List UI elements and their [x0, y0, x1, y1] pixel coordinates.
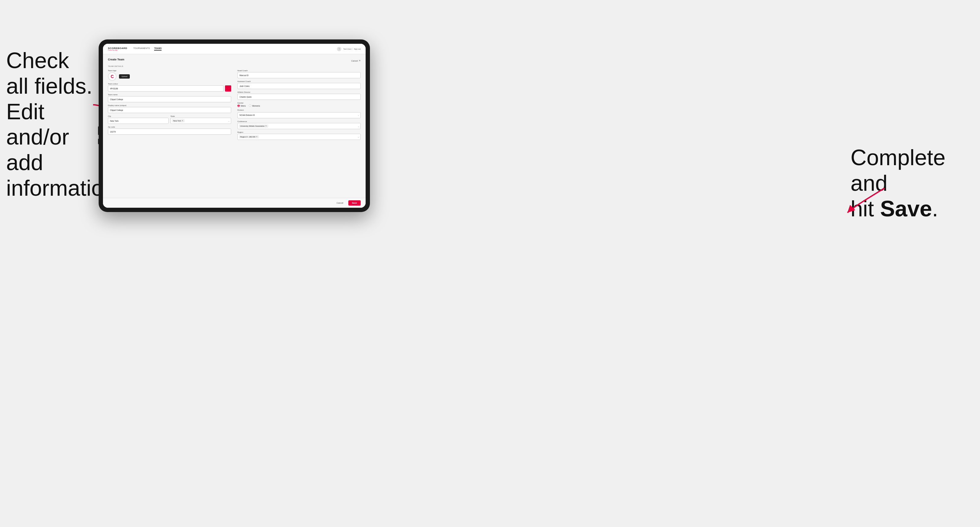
sign-out-link[interactable]: Sign out [354, 48, 361, 50]
head-coach-label: Head Coach [237, 70, 361, 71]
gender-radio-group: Mens Womens [237, 105, 361, 107]
nav-link-teams[interactable]: TEAMS [154, 47, 162, 51]
gender-label: Gender [237, 102, 361, 104]
conference-tag: University Athletic Association ✕ [239, 124, 268, 128]
region-tag: Region II - (M) DIII ✕ [239, 135, 259, 138]
region-select-wrap: Region II - (M) DIII ✕ ⌄ [237, 134, 361, 140]
upload-button[interactable]: Upload [119, 74, 130, 79]
athletic-director-label: Athletic Director [237, 91, 361, 93]
region-select-display[interactable]: Region II - (M) DIII ✕ [237, 134, 361, 140]
athletic-director-input[interactable] [237, 94, 361, 100]
colour-swatch[interactable] [225, 86, 231, 92]
gender-field: Gender Mens Womens [237, 102, 361, 107]
save-button[interactable]: Save [348, 200, 361, 206]
division-label: Division [237, 109, 361, 111]
user-avatar: T [337, 47, 341, 51]
head-coach-field: Head Coach [237, 70, 361, 78]
nav-link-tournaments[interactable]: TOURNAMENTS [134, 47, 150, 51]
gender-mens-option[interactable]: Mens [237, 105, 246, 107]
display-name-field: Display name (unique) [108, 105, 231, 113]
state-select-display[interactable]: New York ✕ [170, 118, 231, 124]
state-tag-remove[interactable]: ✕ [181, 119, 183, 122]
city-field: City [108, 115, 169, 124]
user-label: Test User | [343, 48, 352, 50]
region-chevron-icon: ⌄ [358, 136, 359, 138]
head-coach-input[interactable] [237, 72, 361, 78]
division-select[interactable]: NCAA Division III [237, 112, 361, 118]
nav-links: TOURNAMENTS TEAMS [134, 47, 162, 51]
form-footer: Cancel Save [103, 198, 366, 208]
zip-input[interactable] [108, 129, 231, 135]
gender-womens-radio[interactable] [249, 105, 251, 107]
team-colour-label: Team colour [108, 83, 231, 85]
conference-tag-remove[interactable]: ✕ [265, 125, 267, 127]
logo-area: SCOREBOARD Powered by clippi [108, 47, 127, 51]
region-tag-remove[interactable]: ✕ [256, 136, 258, 138]
zip-label: Zip code [108, 126, 231, 128]
team-logo-circle: C [108, 72, 116, 81]
conference-select-display[interactable]: University Athletic Association ✕ [237, 123, 361, 129]
form-right: Head Coach Assistant Coach Athletic Dire… [237, 70, 361, 140]
gender-womens-option[interactable]: Womens [249, 105, 260, 107]
logo-upload-area: C Upload [108, 72, 231, 81]
conference-label: Conference [237, 121, 361, 122]
arrow-right-icon [844, 185, 888, 216]
team-colour-field: Team colour [108, 83, 231, 92]
region-label: Region [237, 131, 361, 133]
city-state-field: City State New York ✕ [108, 115, 231, 124]
display-name-input[interactable] [108, 107, 231, 113]
tablet-device: SCOREBOARD Powered by clippi TOURNAMENTS… [99, 40, 370, 212]
nav-left: SCOREBOARD Powered by clippi TOURNAMENTS… [108, 47, 162, 51]
navbar: SCOREBOARD Powered by clippi TOURNAMENTS… [103, 44, 366, 54]
city-input[interactable] [108, 118, 169, 124]
conference-field: Conference University Athletic Associati… [237, 121, 361, 129]
team-logo-label: Team logo [108, 70, 231, 71]
athletic-director-field: Athletic Director [237, 91, 361, 100]
page-title: Create Team [108, 58, 124, 61]
state-select-wrap: New York ✕ ⌄ [170, 118, 231, 124]
assistant-coach-label: Assistant Coach [237, 81, 361, 82]
tablet-screen: SCOREBOARD Powered by clippi TOURNAMENTS… [103, 44, 366, 208]
zip-field: Zip code [108, 126, 231, 135]
state-chevron-icon: ⌄ [228, 120, 230, 122]
team-name-label: Team name [108, 94, 231, 95]
cancel-button[interactable]: Cancel [334, 201, 346, 205]
state-label: State [170, 115, 231, 117]
state-tag: New York ✕ [172, 119, 185, 122]
instruction-left: Check all fields.Edit and/or addinformat… [6, 48, 95, 201]
conference-chevron-icon: ⌄ [358, 125, 359, 127]
form-grid: Team logo C Upload Team colour [108, 70, 361, 140]
assistant-coach-input[interactable] [237, 83, 361, 89]
nav-right: T Test User | Sign out [337, 47, 361, 51]
cancel-top-button[interactable]: Cancel ✕ [351, 59, 361, 62]
conference-select-wrap: University Athletic Association ✕ ⌄ [237, 123, 361, 129]
team-name-field: Team name [108, 94, 231, 102]
city-state-row: City State New York ✕ [108, 115, 231, 124]
state-field: State New York ✕ ⌄ [170, 115, 231, 124]
display-name-label: Display name (unique) [108, 105, 231, 106]
region-field: Region Region II - (M) DIII ✕ ⌄ [237, 131, 361, 140]
main-content: Create Team Cancel ✕ TEAM DETAILS Team l… [103, 54, 366, 198]
page-header: Create Team Cancel ✕ [108, 58, 361, 63]
form-left: Team logo C Upload Team colour [108, 70, 231, 140]
team-logo-field: Team logo C Upload [108, 70, 231, 81]
city-label: City [108, 115, 169, 117]
section-label: TEAM DETAILS [108, 65, 361, 67]
division-field: Division NCAA Division III ⌄ [237, 109, 361, 118]
colour-input[interactable] [108, 86, 224, 92]
gender-mens-radio[interactable] [237, 105, 240, 107]
logo-sub: Powered by clippi [108, 49, 127, 51]
team-name-input[interactable] [108, 96, 231, 102]
division-select-wrap: NCAA Division III ⌄ [237, 111, 361, 118]
assistant-coach-field: Assistant Coach [237, 81, 361, 89]
colour-input-wrap [108, 86, 231, 92]
